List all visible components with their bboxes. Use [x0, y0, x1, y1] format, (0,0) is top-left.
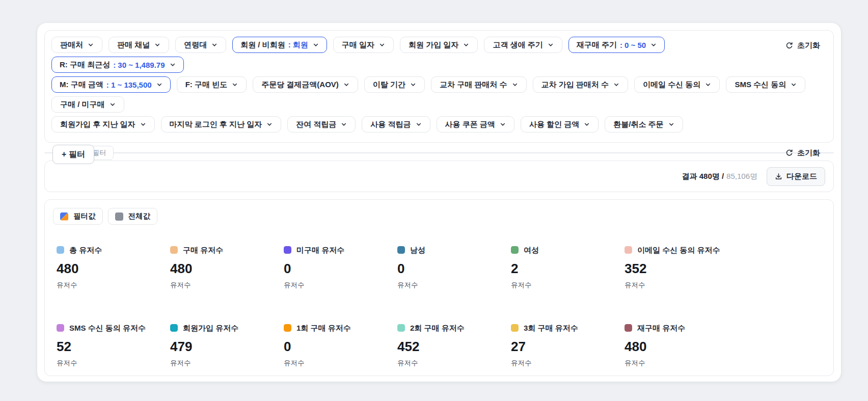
result-count: 결과 480명 / — [682, 172, 724, 180]
chevron-down-icon — [705, 82, 711, 88]
metric-sublabel: 유저수 — [284, 281, 397, 289]
add-filter-button[interactable]: + 필터 — [52, 145, 94, 164]
chevron-down-icon — [156, 82, 162, 88]
filter-chip-label: 이메일 수신 동의 — [643, 80, 700, 90]
chevron-down-icon — [140, 121, 146, 127]
download-label: 다운로드 — [786, 172, 817, 181]
total-value-swatch-icon — [115, 212, 123, 221]
metric-dot — [170, 246, 178, 254]
chevron-down-icon — [343, 82, 349, 88]
metric-dot — [625, 246, 632, 254]
metric-label: 여성 — [524, 245, 539, 255]
metric-card-signup-users: 회원가입 유저수 479 유저수 — [170, 323, 284, 367]
filter-chip-purchase-date[interactable]: 구매 일자 — [333, 37, 394, 53]
filters-reset-button[interactable]: 초기화 — [785, 41, 820, 50]
main-card: 판매처 판매 채널 연령대 회원 / 비회원 : 회원 구매 일자 회원 — [37, 23, 841, 382]
metric-sublabel: 유저수 — [284, 359, 397, 367]
filter-chip-monetary[interactable]: M: 구매 금액 : 1 ~ 135,500 — [51, 76, 171, 93]
chevron-down-icon — [232, 82, 238, 88]
filter-chip-label: 회원가입 후 지난 일자 — [60, 120, 135, 129]
metric-label: 구매 유저수 — [183, 245, 223, 255]
legend-filter-value-button[interactable]: 필터값 — [53, 208, 103, 225]
metrics-panel: 필터값 전체값 총 유저수 480 유저수 구매 유저수 480 유저수 미구매… — [44, 199, 834, 376]
filter-chip-used-points[interactable]: 사용 적립금 — [362, 116, 430, 132]
chevron-down-icon — [170, 62, 176, 68]
filter-chip-label: 교차 구매 판매처 수 — [440, 80, 507, 90]
filter-chip-label: 사용 쿠폰 금액 — [445, 120, 495, 129]
reset-label: 초기화 — [797, 148, 820, 158]
filter-chip-label: 고객 생애 주기 — [493, 40, 542, 50]
filter-chip-customer-lifecycle[interactable]: 고객 생애 주기 — [484, 37, 562, 53]
chevron-down-icon — [463, 42, 469, 48]
metric-dot — [397, 246, 405, 254]
metric-value: 480 — [625, 339, 825, 354]
filter-chip-purchase-status[interactable]: 구매 / 미구매 — [51, 96, 124, 113]
metric-sublabel: 유저수 — [397, 359, 511, 367]
legend-label: 전체값 — [128, 211, 151, 221]
chevron-down-icon — [211, 42, 218, 48]
filter-chip-used-discount-amount[interactable]: 사용 할인 금액 — [521, 116, 599, 132]
filter-chip-label: R: 구매 최근성 — [60, 60, 110, 70]
metric-label: 재구매 유저수 — [637, 323, 685, 333]
metric-card-one-time-buyers: 1회 구매 유저수 0 유저수 — [284, 323, 397, 367]
filter-chip-repurchase-cycle[interactable]: 재구매 주기 : 0 ~ 50 — [568, 37, 665, 53]
chevron-down-icon — [410, 82, 416, 88]
metric-dot — [397, 324, 405, 332]
filter-chip-refund-cancel-orders[interactable]: 환불/취소 주문 — [605, 116, 683, 132]
filter-chip-email-optin[interactable]: 이메일 수신 동의 — [634, 76, 720, 93]
filter-chip-membership[interactable]: 회원 / 비회원 : 회원 — [232, 37, 327, 53]
filter-chip-days-since-signup[interactable]: 회원가입 후 지난 일자 — [51, 116, 155, 132]
metric-card-two-time-buyers: 2회 구매 유저수 452 유저수 — [397, 323, 511, 367]
metric-value: 0 — [284, 339, 397, 354]
segment-reset-button[interactable]: 초기화 — [785, 148, 820, 158]
filter-chip-sales-channel[interactable]: 판매 채널 — [108, 37, 169, 53]
metric-card-female: 여성 2 유저수 — [511, 245, 625, 289]
metric-sublabel: 유저수 — [625, 359, 825, 367]
metric-value: 352 — [625, 261, 825, 276]
filter-chip-days-since-last-login[interactable]: 마지막 로그인 후 지난 일자 — [161, 116, 282, 132]
metric-dot — [57, 324, 64, 332]
filter-chip-aov[interactable]: 주문당 결제금액(AOV) — [253, 76, 358, 93]
filter-chip-remaining-points[interactable]: 잔여 적립금 — [287, 116, 356, 132]
metric-label: 남성 — [410, 245, 425, 255]
filter-chip-churn-period[interactable]: 이탈 기간 — [364, 76, 425, 93]
filter-chip-frequency[interactable]: F: 구매 빈도 — [177, 76, 247, 93]
chevron-down-icon — [110, 101, 116, 108]
filter-chip-label: SMS 수신 동의 — [735, 80, 786, 90]
chevron-down-icon — [613, 82, 619, 88]
filter-row-3: 회원가입 후 지난 일자 마지막 로그인 후 지난 일자 잔여 적립금 사용 적… — [51, 116, 827, 132]
filter-chip-label: 주문당 결제금액(AOV) — [261, 80, 339, 90]
filter-chip-label: 이탈 기간 — [373, 80, 405, 90]
metric-value: 452 — [397, 339, 511, 354]
filter-chip-cross-signup-sellers[interactable]: 교차 가입 판매처 수 — [533, 76, 629, 93]
metric-dot — [284, 324, 291, 332]
metric-sublabel: 유저수 — [511, 359, 625, 367]
metric-sublabel: 유저수 — [57, 359, 170, 367]
filter-chip-recency[interactable]: R: 구매 최근성 : 30 ~ 1,489.79 — [51, 57, 184, 73]
refresh-icon — [785, 149, 793, 157]
chevron-down-icon — [668, 121, 674, 127]
filter-chip-seller[interactable]: 판매처 — [51, 37, 102, 53]
metric-value: 52 — [57, 339, 170, 354]
filter-chip-sms-optin[interactable]: SMS 수신 동의 — [726, 76, 805, 93]
metric-value: 2 — [511, 261, 625, 276]
legend-total-value-button[interactable]: 전체값 — [108, 208, 158, 225]
chevron-down-icon — [650, 42, 657, 48]
download-button[interactable]: 다운로드 — [767, 167, 825, 186]
metric-sublabel: 유저수 — [397, 281, 511, 289]
metric-card-three-time-buyers: 3회 구매 유저수 27 유저수 — [511, 323, 625, 367]
filter-chip-signup-date[interactable]: 회원 가입 일자 — [400, 37, 478, 53]
metric-value: 480 — [170, 261, 284, 276]
metric-value: 0 — [397, 261, 511, 276]
chevron-down-icon — [88, 42, 94, 48]
legend-label: 필터값 — [73, 211, 96, 221]
filter-chip-label: M: 구매 금액 — [60, 80, 103, 90]
reset-label: 초기화 — [797, 41, 820, 50]
filter-chip-cross-purchase-sellers[interactable]: 교차 구매 판매처 수 — [431, 76, 527, 93]
filter-chip-used-coupon-amount[interactable]: 사용 쿠폰 금액 — [437, 116, 514, 132]
metric-card-total-users: 총 유저수 480 유저수 — [57, 245, 170, 289]
filter-chip-age-group[interactable]: 연령대 — [175, 37, 226, 53]
metric-sublabel: 유저수 — [170, 281, 284, 289]
metric-dot — [511, 246, 519, 254]
results-bar: 결과 480명 /85,106명 다운로드 — [44, 161, 834, 192]
